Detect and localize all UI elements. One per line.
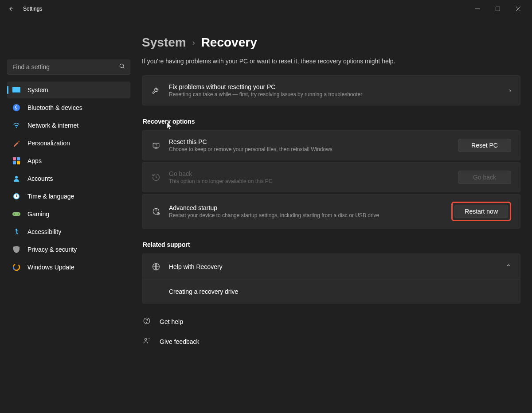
sidebar-item-apps[interactable]: Apps: [7, 152, 130, 169]
reset-icon: [151, 140, 161, 150]
card-title: Go back: [169, 170, 450, 177]
chevron-right-icon: ›: [192, 38, 195, 47]
highlight-annotation: Restart now: [451, 202, 511, 221]
sidebar-item-network[interactable]: Network & internet: [7, 117, 130, 134]
history-icon: [151, 172, 161, 182]
section-related-support: Related support: [143, 241, 520, 248]
titlebar: Settings: [0, 0, 532, 18]
get-help-link[interactable]: Get help: [142, 313, 520, 330]
sidebar-item-label: Personalization: [27, 140, 70, 147]
window-title: Settings: [23, 6, 42, 12]
svg-rect-3: [12, 92, 20, 93]
section-recovery-options: Recovery options: [143, 118, 520, 125]
svg-rect-2: [12, 87, 20, 92]
clock-icon: [12, 192, 20, 200]
svg-point-1: [120, 64, 123, 67]
sidebar-item-privacy[interactable]: Privacy & security: [7, 241, 130, 258]
svg-point-23: [146, 322, 147, 323]
go-back-card: Go back This option is no longer availab…: [142, 162, 520, 192]
update-icon: [12, 263, 20, 271]
help-item-recovery-drive[interactable]: Creating a recovery drive: [142, 280, 520, 303]
sidebar-item-label: Time & language: [27, 193, 74, 200]
gaming-icon: [12, 210, 20, 218]
sidebar-item-system[interactable]: System: [7, 82, 130, 98]
wrench-icon: [151, 86, 161, 95]
minimize-button[interactable]: [467, 2, 488, 16]
svg-rect-5: [13, 157, 16, 160]
breadcrumb: System › Recovery: [142, 35, 520, 50]
sidebar-item-label: Accessibility: [27, 228, 61, 235]
sidebar-item-time[interactable]: Time & language: [7, 188, 130, 205]
svg-rect-0: [496, 7, 500, 11]
sidebar-item-label: Bluetooth & devices: [27, 104, 82, 111]
sidebar: System Bluetooth & devices Network & int…: [0, 18, 137, 413]
accounts-icon: [12, 175, 20, 183]
go-back-button: Go back: [458, 171, 511, 184]
page-subtitle: If you're having problems with your PC o…: [142, 58, 520, 65]
svg-rect-8: [17, 161, 20, 164]
svg-point-14: [18, 214, 19, 214]
feedback-icon: [143, 337, 152, 346]
sidebar-item-label: Apps: [27, 157, 42, 164]
search-icon: [119, 63, 125, 71]
fix-problems-card[interactable]: Fix problems without resetting your PC R…: [142, 75, 520, 105]
card-desc: Restart your device to change startup se…: [169, 212, 443, 218]
help-card-header[interactable]: Help with Recovery ⌃: [142, 254, 520, 280]
chevron-right-icon: ›: [509, 87, 511, 94]
accessibility-icon: [12, 228, 20, 236]
sidebar-item-label: Network & internet: [27, 122, 78, 129]
card-title: Help with Recovery: [169, 263, 498, 270]
svg-point-13: [14, 214, 15, 214]
svg-rect-6: [17, 157, 20, 160]
search-input[interactable]: [7, 59, 130, 74]
sidebar-item-label: Accounts: [27, 175, 53, 182]
bluetooth-icon: [12, 104, 20, 112]
close-button[interactable]: [508, 2, 528, 16]
restart-now-button[interactable]: Restart now: [454, 205, 508, 218]
card-title: Advanced startup: [169, 204, 443, 211]
power-settings-icon: [151, 206, 161, 216]
sidebar-item-label: System: [27, 86, 48, 94]
svg-rect-7: [13, 161, 16, 164]
sidebar-item-label: Privacy & security: [27, 246, 77, 253]
sidebar-item-accounts[interactable]: Accounts: [7, 170, 130, 187]
link-label: Get help: [160, 318, 183, 325]
card-title: Reset this PC: [169, 138, 450, 145]
globe-icon: [151, 262, 161, 272]
sidebar-item-gaming[interactable]: Gaming: [7, 206, 130, 222]
svg-point-15: [16, 229, 17, 230]
give-feedback-link[interactable]: Give feedback: [142, 333, 520, 350]
breadcrumb-current: Recovery: [201, 35, 257, 50]
sidebar-item-label: Windows Update: [27, 264, 74, 271]
card-desc: Resetting can take a while — first, try …: [169, 91, 501, 97]
main-content: System › Recovery If you're having probl…: [137, 18, 532, 413]
personalization-icon: [12, 139, 20, 147]
wifi-icon: [12, 121, 20, 129]
card-desc: This option is no longer available on th…: [169, 178, 450, 184]
svg-point-9: [15, 176, 18, 179]
chevron-up-icon: ⌃: [506, 263, 511, 270]
card-title: Fix problems without resetting your PC: [169, 83, 501, 90]
sidebar-item-bluetooth[interactable]: Bluetooth & devices: [7, 99, 130, 116]
sidebar-item-accessibility[interactable]: Accessibility: [7, 223, 130, 240]
maximize-button[interactable]: [488, 2, 508, 16]
system-icon: [12, 86, 20, 94]
sidebar-item-update[interactable]: Windows Update: [7, 259, 130, 276]
reset-pc-button[interactable]: Reset PC: [458, 139, 511, 152]
sidebar-item-label: Gaming: [27, 210, 49, 218]
reset-pc-card: Reset this PC Choose to keep or remove y…: [142, 130, 520, 160]
breadcrumb-parent[interactable]: System: [142, 35, 186, 50]
link-label: Give feedback: [160, 338, 200, 345]
shield-icon: [12, 245, 20, 253]
card-desc: Choose to keep or remove your personal f…: [169, 146, 450, 152]
help-icon: [143, 317, 152, 326]
advanced-startup-card: Advanced startup Restart your device to …: [142, 194, 520, 229]
svg-rect-12: [12, 212, 20, 216]
help-with-recovery-card: Help with Recovery ⌃ Creating a recovery…: [142, 253, 520, 304]
sidebar-item-personalization[interactable]: Personalization: [7, 135, 130, 152]
apps-icon: [12, 157, 20, 165]
svg-point-24: [145, 339, 147, 341]
back-button[interactable]: [7, 4, 16, 13]
